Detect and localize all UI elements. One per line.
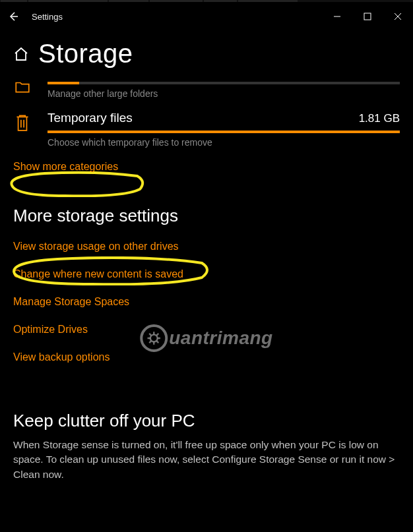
page-title: Storage [38, 39, 133, 69]
category-hint: Manage other large folders [48, 88, 400, 99]
folder-icon [14, 78, 31, 96]
more-settings-title: More storage settings [13, 206, 400, 226]
arrow-left-icon [8, 11, 18, 22]
close-icon [394, 13, 402, 20]
titlebar: Settings [0, 2, 413, 31]
highlight-circle-1 [5, 171, 145, 197]
svg-rect-1 [364, 13, 371, 20]
home-icon[interactable] [13, 46, 29, 62]
category-size: 1.81 GB [359, 112, 400, 125]
show-more-categories-link[interactable]: Show more categories [13, 161, 118, 173]
category-hint: Choose which temporary files to remove [48, 137, 400, 148]
keep-clutter-title: Keep clutter off your PC [13, 411, 400, 431]
highlight-circle-2 [7, 256, 210, 285]
category-temporary-files[interactable]: Temporary files 1.81 GB Choose which tem… [13, 111, 400, 148]
view-other-drives-link[interactable]: View storage usage on other drives [13, 241, 179, 252]
maximize-button[interactable] [352, 2, 383, 31]
usage-bar [48, 82, 400, 84]
optimize-drives-link[interactable]: Optimize Drives [13, 324, 88, 336]
window-title: Settings [32, 12, 322, 22]
header: Storage [0, 31, 413, 80]
keep-clutter-text: When Storage sense is turned on, it'll f… [13, 438, 400, 482]
close-button[interactable] [383, 2, 413, 31]
minimize-button[interactable] [322, 2, 352, 31]
usage-bar [48, 131, 400, 133]
back-button[interactable] [0, 2, 26, 31]
trash-icon [14, 113, 31, 133]
minimize-icon [333, 13, 341, 20]
category-other[interactable]: Manage other large folders [13, 76, 400, 99]
maximize-icon [364, 13, 371, 20]
manage-storage-spaces-link[interactable]: Manage Storage Spaces [13, 296, 129, 308]
category-name: Temporary files [48, 111, 133, 125]
view-backup-options-link[interactable]: View backup options [13, 351, 110, 363]
